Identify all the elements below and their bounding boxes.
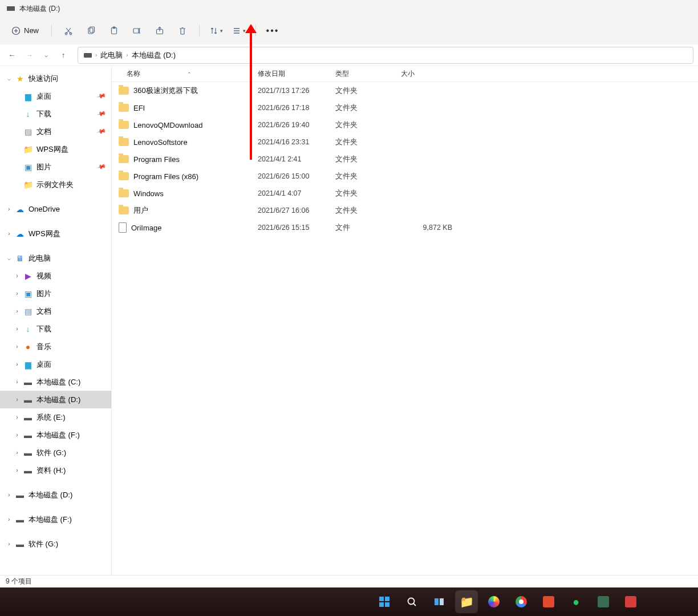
chrome-button[interactable] <box>510 590 533 613</box>
chevron-right-icon: › <box>5 230 14 237</box>
file-name: Program Files <box>133 155 180 164</box>
sidebar-item-label: 文档 <box>36 127 51 137</box>
sort-indicator-icon: ⌃ <box>187 71 192 77</box>
sidebar-pc-item[interactable]: ›▬资料 (H:) <box>0 461 111 479</box>
file-type: 文件夹 <box>335 172 401 181</box>
plus-circle-icon <box>11 26 21 35</box>
sidebar-pc-item[interactable]: ›▬软件 (G:) <box>0 444 111 461</box>
sidebar-quick-item[interactable]: ↓下载📌 <box>0 105 111 123</box>
svg-rect-7 <box>133 29 139 33</box>
cloud-icon: ☁ <box>15 204 25 214</box>
file-row[interactable]: Program Files (x86)2021/6/26 15:00文件夹 <box>112 168 698 185</box>
app2-button[interactable] <box>592 590 615 613</box>
col-name-label: 名称 <box>127 69 140 79</box>
share-button[interactable] <box>150 21 169 40</box>
up-button[interactable]: ↑ <box>56 48 71 63</box>
chevron-right-icon: › <box>13 414 22 420</box>
sort-button[interactable]: ▾ <box>206 21 226 40</box>
file-date: 2021/6/26 19:40 <box>258 121 335 129</box>
sidebar-item-label: 本地磁盘 (D:) <box>29 490 72 500</box>
new-button[interactable]: New <box>6 21 44 40</box>
file-name: LenovoSoftstore <box>133 138 188 147</box>
sidebar-pc-item[interactable]: ›▤文档 <box>0 302 111 320</box>
sidebar-pc-item[interactable]: ›↓下载 <box>0 320 111 338</box>
rename-button[interactable] <box>127 21 147 40</box>
col-name[interactable]: 名称 ⌃ <box>112 69 258 79</box>
sidebar-item-label: 软件 (G:) <box>29 539 58 549</box>
sidebar-label: 快速访问 <box>29 74 58 84</box>
drive-icon <box>7 6 15 11</box>
chevron-right-icon: › <box>13 273 22 279</box>
sidebar-quick-item[interactable]: ▣图片📌 <box>0 158 111 176</box>
sidebar-quick-item[interactable]: 📁示例文件夹 <box>0 176 111 193</box>
column-headers: 名称 ⌃ 修改日期 类型 大小 <box>112 66 698 82</box>
sidebar-pc-item[interactable]: ›▬本地磁盘 (F:) <box>0 426 111 444</box>
sidebar-quick-item[interactable]: 📁WPS网盘 <box>0 140 111 158</box>
explorer-button[interactable]: 📁 <box>455 590 478 613</box>
app1-button[interactable] <box>537 590 560 613</box>
breadcrumb-root[interactable]: 此电脑 <box>100 50 123 60</box>
drive-icon: ▬ <box>23 377 33 387</box>
window-title: 本地磁盘 (D:) <box>19 4 60 14</box>
recent-button[interactable]: ⌵ <box>39 48 54 63</box>
sidebar-pc-item[interactable]: ›●音乐 <box>0 338 111 355</box>
sidebar-quick-item[interactable]: ▆桌面📌 <box>0 87 111 105</box>
sidebar-quick-item[interactable]: ▤文档📌 <box>0 123 111 140</box>
wechat-icon: ● <box>573 595 579 609</box>
wechat-button[interactable]: ● <box>565 590 587 613</box>
file-date: 2021/4/1 2:41 <box>258 155 335 163</box>
file-row[interactable]: EFI2021/6/26 17:18文件夹 <box>112 99 698 116</box>
search-button[interactable] <box>400 590 423 613</box>
drive-icon: ▬ <box>23 448 33 458</box>
more-button[interactable]: ••• <box>263 21 282 40</box>
list-icon <box>232 26 241 35</box>
breadcrumb-current[interactable]: 本地磁盘 (D:) <box>132 50 176 60</box>
sidebar-drive-item[interactable]: ›▬软件 (G:) <box>0 535 111 553</box>
sidebar-drive-item[interactable]: ›▬本地磁盘 (F:) <box>0 510 111 528</box>
sidebar-pc-item[interactable]: ›▶视频 <box>0 267 111 285</box>
sidebar-wps[interactable]: › ☁ WPS网盘 <box>0 225 111 242</box>
folder-icon <box>119 138 129 146</box>
taskview-button[interactable] <box>428 590 451 613</box>
file-row[interactable]: OriImage2021/6/26 15:15文件9,872 KB <box>112 219 698 236</box>
sidebar-pc-item[interactable]: ›▬本地磁盘 (D:) <box>0 391 111 408</box>
address-bar[interactable]: › 此电脑 › 本地磁盘 (D:) <box>78 47 693 64</box>
drive-icon: ▬ <box>23 412 33 423</box>
col-date[interactable]: 修改日期 <box>258 69 335 79</box>
forward-button[interactable]: → <box>22 48 36 63</box>
sidebar-item-label: 下载 <box>36 109 51 119</box>
app3-button[interactable] <box>619 590 642 613</box>
sidebar-item-label: 资料 (H:) <box>36 465 66 476</box>
sidebar-onedrive[interactable]: › ☁ OneDrive <box>0 200 111 218</box>
chevron-right-icon: › <box>13 343 22 350</box>
back-button[interactable]: ← <box>5 48 19 63</box>
sidebar-quick-access[interactable]: ⌵ ★ 快速访问 <box>0 70 111 87</box>
paste-button[interactable] <box>104 21 124 40</box>
sidebar-label: OneDrive <box>29 205 60 213</box>
windows-icon <box>379 596 390 607</box>
file-row[interactable]: 用户2021/6/27 16:06文件夹 <box>112 202 698 219</box>
file-row[interactable]: Program Files2021/4/1 2:41文件夹 <box>112 151 698 168</box>
sidebar-drive-item[interactable]: ›▬本地磁盘 (D:) <box>0 486 111 504</box>
copy-button[interactable] <box>82 21 101 40</box>
sidebar-this-pc[interactable]: ⌵ 🖥 此电脑 <box>0 249 111 267</box>
svg-rect-11 <box>379 602 384 607</box>
sidebar-pc-item[interactable]: ›▬本地磁盘 (C:) <box>0 373 111 391</box>
file-type: 文件夹 <box>335 155 401 164</box>
sidebar-pc-item[interactable]: ›▣图片 <box>0 285 111 302</box>
file-row[interactable]: LenovoQMDownload2021/6/26 19:40文件夹 <box>112 116 698 133</box>
delete-button[interactable] <box>173 21 192 40</box>
sidebar-item-label: 桌面 <box>36 359 51 370</box>
svg-rect-9 <box>379 597 384 601</box>
sidebar-pc-item[interactable]: ›▆桌面 <box>0 355 111 373</box>
start-button[interactable] <box>373 590 396 613</box>
file-row[interactable]: Windows2021/4/1 4:07文件夹 <box>112 185 698 202</box>
col-type[interactable]: 类型 <box>335 69 401 79</box>
file-row[interactable]: LenovoSoftstore2021/4/16 23:31文件夹 <box>112 133 698 151</box>
col-size[interactable]: 大小 <box>401 69 469 79</box>
browser1-button[interactable] <box>482 590 505 613</box>
cut-button[interactable] <box>59 21 78 40</box>
annotation-arrow <box>250 32 252 160</box>
file-row[interactable]: 360极速浏览器下载2021/7/13 17:26文件夹 <box>112 82 698 99</box>
sidebar-pc-item[interactable]: ›▬系统 (E:) <box>0 408 111 426</box>
